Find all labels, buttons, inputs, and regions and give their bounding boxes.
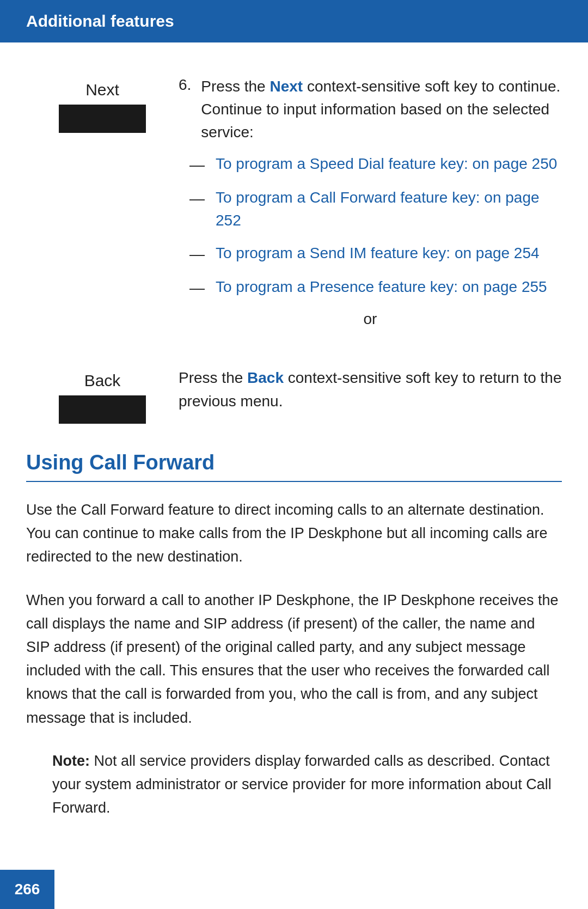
back-bold-word: Back — [247, 369, 284, 386]
back-instruction: Press the Back context-sensitive soft ke… — [179, 366, 562, 413]
step-section: Next 6. Press the Next context-sensitive… — [26, 70, 562, 339]
section-heading: Using Call Forward — [26, 451, 562, 474]
back-section: Back Press the Back context-sensitive so… — [26, 361, 562, 424]
or-text: or — [179, 310, 562, 328]
section-divider — [26, 481, 562, 482]
bullet-dash-4: — — [189, 277, 205, 300]
bullet-link-1[interactable]: To program a Speed Dial feature key: on … — [216, 152, 557, 175]
header-bar: Additional features — [0, 0, 588, 42]
page-number: 266 — [15, 881, 40, 898]
page-footer: 266 — [0, 870, 54, 909]
step-row-6: 6. Press the Next context-sensitive soft… — [179, 75, 562, 152]
bullet-list: — To program a Speed Dial feature key: o… — [189, 152, 562, 300]
next-bold-word: Next — [270, 78, 303, 95]
header-title: Additional features — [26, 12, 174, 30]
back-key-label: Back — [84, 371, 121, 390]
bullet-link-4[interactable]: To program a Presence feature key: on pa… — [216, 276, 547, 298]
page-content: Next 6. Press the Next context-sensitive… — [0, 42, 588, 883]
bullet-item-1: — To program a Speed Dial feature key: o… — [189, 152, 562, 176]
note-paragraph: Note: Not all service providers display … — [52, 749, 562, 820]
para-1: Use the Call Forward feature to direct i… — [26, 498, 562, 569]
back-key-button[interactable] — [59, 395, 146, 424]
left-column: Next — [26, 70, 179, 339]
bullet-link-3[interactable]: To program a Send IM feature key: on pag… — [216, 242, 540, 265]
note-bold-label: Note: — [52, 753, 90, 769]
next-key-label: Next — [85, 81, 119, 99]
back-right-column: Press the Back context-sensitive soft ke… — [179, 361, 562, 424]
step-text-6: Press the Next context-sensitive soft ke… — [201, 75, 562, 144]
para-2: When you forward a call to another IP De… — [26, 589, 562, 730]
bullet-item-3: — To program a Send IM feature key: on p… — [189, 242, 562, 266]
back-left-column: Back — [26, 361, 179, 424]
note-text: Not all service providers display forwar… — [52, 753, 552, 816]
next-key-button[interactable] — [59, 105, 146, 133]
right-column: 6. Press the Next context-sensitive soft… — [179, 70, 562, 339]
bullet-item-4: — To program a Presence feature key: on … — [189, 276, 562, 300]
bullet-link-2[interactable]: To program a Call Forward feature key: o… — [216, 186, 562, 232]
bullet-item-2: — To program a Call Forward feature key:… — [189, 186, 562, 232]
bullet-dash-2: — — [189, 187, 205, 210]
back-before-bold: Press the — [179, 369, 247, 386]
step-intro-before: Press the — [201, 78, 270, 95]
using-call-forward-section: Using Call Forward Use the Call Forward … — [26, 451, 562, 820]
bullet-dash-1: — — [189, 154, 205, 176]
step-number-6: 6. — [179, 75, 191, 94]
bullet-dash-3: — — [189, 243, 205, 266]
